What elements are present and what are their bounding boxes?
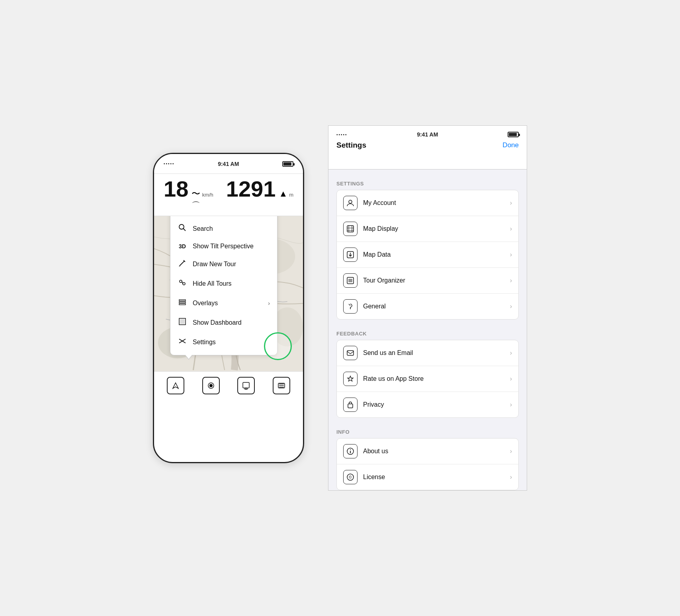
speed-value: 18 bbox=[164, 178, 188, 200]
overlays-chevron: › bbox=[268, 300, 270, 306]
tab-list[interactable] bbox=[273, 377, 290, 394]
settings-battery-fill bbox=[509, 133, 517, 136]
svg-rect-15 bbox=[180, 319, 185, 324]
svg-point-43 bbox=[350, 449, 351, 450]
settings-row-general[interactable]: General › bbox=[337, 294, 518, 319]
draw-icon bbox=[178, 259, 187, 269]
altitude-unit: m bbox=[289, 192, 293, 198]
status-time: 9:41 AM bbox=[218, 161, 239, 167]
altitude-value: 1291 bbox=[226, 178, 276, 200]
settings-feedback-section: FEEDBACK Send us an Email › bbox=[328, 331, 527, 418]
menu-label-search: Search bbox=[193, 225, 270, 232]
tab-location[interactable] bbox=[167, 377, 184, 394]
rate-icon bbox=[343, 372, 358, 386]
tilt-icon: 3D bbox=[178, 243, 187, 250]
overlays-icon bbox=[178, 298, 187, 308]
settings-status-time: 9:41 AM bbox=[417, 131, 438, 138]
search-icon bbox=[178, 223, 187, 234]
menu-label-settings: Settings bbox=[193, 339, 270, 346]
license-label: License bbox=[363, 474, 504, 481]
tour-organizer-chevron: › bbox=[510, 277, 512, 284]
menu-item-dashboard[interactable]: Show Dashboard bbox=[170, 313, 277, 332]
settings-row-rate[interactable]: Rate us on App Store › bbox=[337, 366, 518, 392]
license-chevron: › bbox=[510, 474, 512, 481]
battery-icon bbox=[282, 161, 293, 167]
menu-item-draw-tour[interactable]: Draw New Tour bbox=[170, 254, 277, 274]
popup-menu[interactable]: Download Map Data Search 3D Show Tilt Pe… bbox=[170, 216, 277, 355]
map-display-label: Map Display bbox=[363, 225, 504, 232]
svg-rect-40 bbox=[348, 404, 353, 408]
menu-label-draw-tour: Draw New Tour bbox=[193, 261, 270, 268]
settings-section-label: SETTINGS bbox=[336, 181, 519, 187]
settings-group-info: About us › © License › bbox=[336, 438, 519, 490]
svg-rect-38 bbox=[347, 351, 354, 355]
email-icon bbox=[343, 346, 358, 360]
privacy-label: Privacy bbox=[363, 401, 504, 408]
tour-organizer-label: Tour Organizer bbox=[363, 277, 504, 284]
privacy-icon bbox=[343, 398, 358, 412]
menu-label-overlays: Overlays bbox=[193, 300, 262, 307]
general-icon bbox=[343, 299, 358, 314]
menu-item-search[interactable]: Search bbox=[170, 219, 277, 238]
menu-item-tilt[interactable]: 3D Show Tilt Perspective bbox=[170, 238, 277, 254]
tab-speech[interactable] bbox=[237, 377, 255, 394]
fab-button[interactable] bbox=[264, 332, 292, 360]
svg-rect-11 bbox=[179, 300, 186, 301]
svg-line-7 bbox=[184, 229, 186, 231]
tab-bar bbox=[154, 371, 303, 399]
menu-label-tilt: Show Tilt Perspective bbox=[193, 243, 270, 250]
rate-label: Rate us on App Store bbox=[363, 375, 504, 382]
menu-item-hide-tours[interactable]: Hide All Tours bbox=[170, 274, 277, 293]
svg-rect-21 bbox=[243, 382, 249, 388]
altitude-group: 1291 ▲ m bbox=[226, 178, 293, 200]
general-label: General bbox=[363, 303, 504, 310]
wind-icon: 〜⌒ bbox=[191, 188, 200, 212]
hide-tours-icon bbox=[178, 278, 187, 289]
settings-row-my-account[interactable]: My Account › bbox=[337, 190, 518, 216]
general-chevron: › bbox=[510, 303, 512, 310]
svg-point-28 bbox=[349, 200, 352, 203]
settings-row-email[interactable]: Send us an Email › bbox=[337, 340, 518, 366]
menu-item-download[interactable]: Download Map Data bbox=[170, 216, 277, 219]
map-area[interactable]: Download Map Data Search 3D Show Tilt Pe… bbox=[154, 216, 303, 371]
menu-item-settings[interactable]: Settings bbox=[170, 332, 277, 352]
menu-label-dashboard: Show Dashboard bbox=[193, 319, 270, 326]
phone-device: ••••• 9:41 AM 18 〜⌒ km/h 1291 ▲ m bbox=[153, 153, 304, 463]
settings-row-license[interactable]: © License › bbox=[337, 464, 518, 490]
settings-row-map-data[interactable]: Map Data › bbox=[337, 242, 518, 268]
dashboard-icon bbox=[178, 317, 187, 328]
battery-fill bbox=[283, 162, 291, 166]
tour-organizer-icon bbox=[343, 273, 358, 288]
svg-rect-29 bbox=[347, 226, 354, 232]
map-data-icon bbox=[343, 248, 358, 262]
altitude-icon: ▲ bbox=[279, 189, 287, 199]
svg-rect-12 bbox=[179, 302, 186, 303]
about-label: About us bbox=[363, 448, 504, 455]
feedback-section-label: FEEDBACK bbox=[336, 331, 519, 337]
map-display-chevron: › bbox=[510, 225, 512, 232]
svg-line-10 bbox=[182, 281, 183, 284]
svg-point-6 bbox=[179, 224, 184, 229]
settings-row-tour-organizer[interactable]: Tour Organizer › bbox=[337, 268, 518, 294]
phone-status-bar: ••••• 9:41 AM bbox=[154, 154, 303, 174]
settings-group-main: My Account › Map Display › bbox=[336, 190, 519, 320]
svg-marker-39 bbox=[348, 376, 353, 381]
settings-battery-icon bbox=[508, 132, 519, 137]
privacy-chevron: › bbox=[510, 401, 512, 408]
settings-row-privacy[interactable]: Privacy › bbox=[337, 392, 518, 417]
settings-header: ••••• 9:41 AM Settings Done bbox=[328, 126, 527, 170]
menu-label-hide-tours: Hide All Tours bbox=[193, 280, 270, 287]
settings-row-map-display[interactable]: Map Display › bbox=[337, 216, 518, 242]
settings-signal-dots: ••••• bbox=[336, 133, 348, 137]
tab-record[interactable] bbox=[202, 377, 220, 394]
settings-row-about[interactable]: About us › bbox=[337, 439, 518, 464]
menu-item-overlays[interactable]: Overlays › bbox=[170, 293, 277, 313]
settings-done-button[interactable]: Done bbox=[502, 141, 519, 149]
settings-main-section: SETTINGS My Account › bbox=[328, 181, 527, 320]
settings-panel: ••••• 9:41 AM Settings Done SETTINGS bbox=[328, 125, 527, 491]
svg-rect-13 bbox=[179, 304, 186, 305]
settings-status-bar: ••••• 9:41 AM bbox=[336, 126, 519, 141]
settings-title-row: Settings Done bbox=[336, 141, 519, 155]
settings-icon bbox=[178, 337, 187, 347]
svg-line-37 bbox=[349, 304, 350, 306]
